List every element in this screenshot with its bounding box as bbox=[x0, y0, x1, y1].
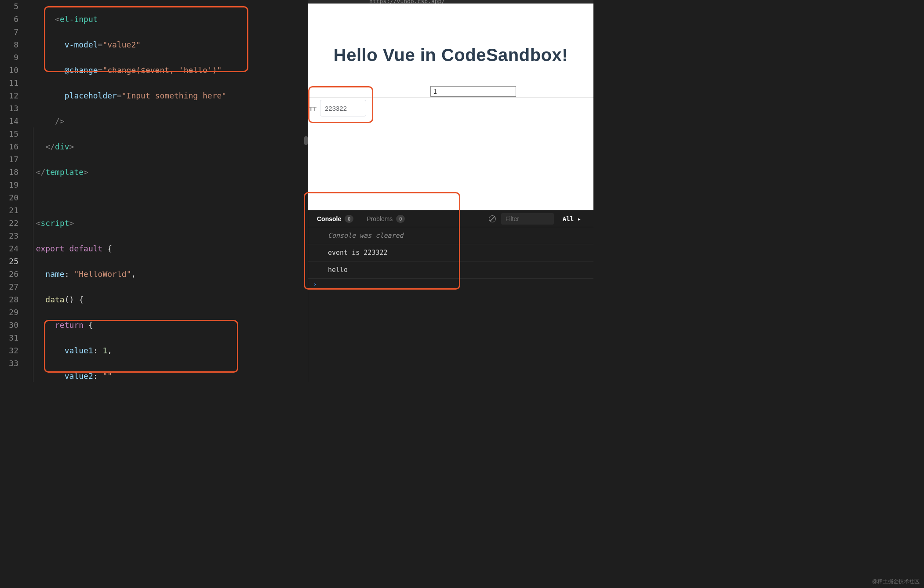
console-prompt-icon[interactable]: › bbox=[308, 279, 593, 290]
line-number: 30 bbox=[0, 319, 18, 331]
line-number: 14 bbox=[0, 115, 18, 127]
code-content[interactable]: <el-input v-model="value2" @change="chan… bbox=[26, 0, 308, 382]
line-number: 21 bbox=[0, 204, 18, 217]
line-number: 17 bbox=[0, 153, 18, 166]
line-number: 22 bbox=[0, 217, 18, 229]
line-number: 8 bbox=[0, 38, 18, 51]
devtools-panel: Console 0 Problems 0 All ▸ Console was c… bbox=[308, 210, 593, 382]
page-title: Hello Vue in CodeSandbox! bbox=[308, 4, 593, 65]
preview-viewport[interactable]: Hello Vue in CodeSandbox! TT 223322 bbox=[308, 4, 593, 210]
line-number: 32 bbox=[0, 344, 18, 357]
console-output[interactable]: Console was cleared event is 223322 hell… bbox=[308, 227, 593, 290]
console-message: hello bbox=[308, 261, 593, 279]
code-editor-panel[interactable]: 5 6 7 8 9 10 11 12 13 14 15 16 17 18 19 … bbox=[0, 0, 308, 382]
line-number: 26 bbox=[0, 268, 18, 280]
line-number: 12 bbox=[0, 89, 18, 102]
line-number: 16 bbox=[0, 140, 18, 153]
line-number: 33 bbox=[0, 357, 18, 370]
line-number: 6 bbox=[0, 13, 18, 25]
el-input[interactable]: 223322 bbox=[320, 100, 366, 116]
line-number: 5 bbox=[0, 0, 18, 13]
console-message: event is 223322 bbox=[308, 244, 593, 261]
line-number: 25 bbox=[0, 255, 18, 268]
line-number: 29 bbox=[0, 306, 18, 319]
divider bbox=[308, 97, 593, 98]
line-number: 7 bbox=[0, 25, 18, 38]
line-number: 20 bbox=[0, 191, 18, 204]
line-number: 31 bbox=[0, 331, 18, 344]
line-number: 19 bbox=[0, 178, 18, 191]
clear-console-icon[interactable] bbox=[489, 215, 496, 222]
browser-toolbar bbox=[308, 0, 593, 4]
line-number: 11 bbox=[0, 76, 18, 89]
line-number: 13 bbox=[0, 102, 18, 115]
count-badge: 0 bbox=[345, 215, 353, 223]
line-number: 15 bbox=[0, 127, 18, 140]
line-number: 23 bbox=[0, 229, 18, 242]
el-input-value: 223322 bbox=[325, 105, 347, 112]
console-message: Console was cleared bbox=[308, 227, 593, 244]
line-number: 9 bbox=[0, 51, 18, 64]
line-number: 18 bbox=[0, 166, 18, 178]
line-number-gutter: 5 6 7 8 9 10 11 12 13 14 15 16 17 18 19 … bbox=[0, 0, 26, 382]
preview-panel: https://vunoo.csb.app/ Hello Vue in Code… bbox=[308, 0, 593, 382]
indent-guide bbox=[33, 127, 33, 382]
line-number: 24 bbox=[0, 242, 18, 255]
scrollbar-thumb[interactable] bbox=[304, 136, 308, 145]
filter-input[interactable] bbox=[501, 213, 554, 225]
tab-console[interactable]: Console 0 bbox=[317, 215, 353, 223]
count-badge: 0 bbox=[396, 215, 405, 223]
line-number: 28 bbox=[0, 293, 18, 306]
tab-label: Console bbox=[317, 215, 341, 222]
log-level-select[interactable]: All ▸ bbox=[559, 214, 585, 224]
tab-problems[interactable]: Problems 0 bbox=[367, 215, 405, 223]
tab-label: Problems bbox=[367, 215, 393, 222]
native-input[interactable] bbox=[430, 86, 516, 97]
text-marker: TT bbox=[309, 105, 316, 113]
devtools-tabs: Console 0 Problems 0 All ▸ bbox=[308, 211, 593, 227]
line-number: 10 bbox=[0, 64, 18, 76]
line-number: 27 bbox=[0, 280, 18, 293]
